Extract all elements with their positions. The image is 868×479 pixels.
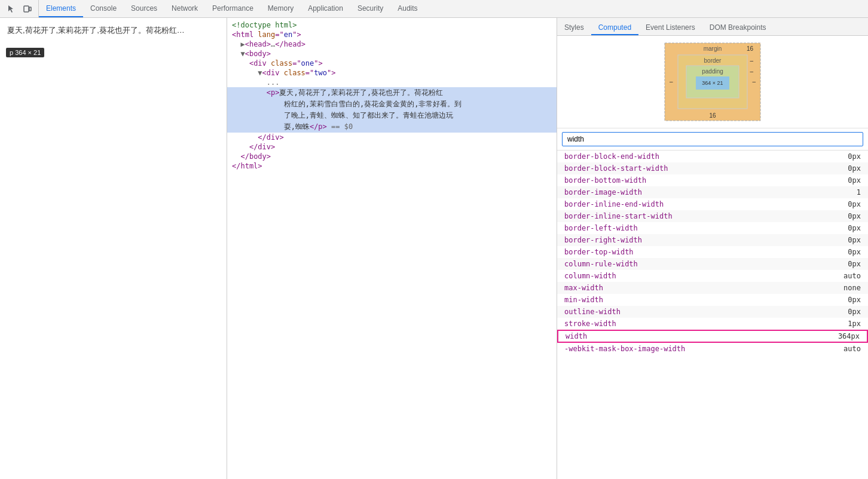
computed-property-value: 0px (813, 296, 861, 304)
tab-memory[interactable]: Memory (261, 0, 301, 17)
dom-ellipsis[interactable]: ... (227, 78, 557, 87)
computed-property-name: min-width (564, 296, 813, 304)
computed-row[interactable]: width364px (557, 330, 868, 343)
dom-line-head[interactable]: ▶<head>…</head> (227, 39, 557, 49)
dom-line-p-end[interactable]: 耍,蜘蛛</p> == $0 (227, 121, 557, 133)
styles-tabs: Styles Computed Event Listeners DOM Brea… (557, 18, 868, 36)
tab-performance[interactable]: Performance (205, 0, 261, 17)
browser-text: 夏天,荷花开了,茉莉花开了,葵花也开了。荷花粉红… (5, 23, 222, 38)
dom-line-p-cont2[interactable]: 了晚上,青蛙、蜘蛛、知了都出来了。青蛙在池塘边玩 (227, 110, 557, 121)
tab-sources[interactable]: Sources (124, 0, 164, 17)
head-collapsed: ▶ (240, 40, 244, 48)
element-tooltip: p 364 × 21 (6, 48, 44, 57)
svg-rect-1 (29, 7, 31, 11)
computed-search-input[interactable] (562, 132, 863, 146)
computed-property-value: 0px (813, 236, 861, 244)
computed-row[interactable]: border-inline-start-width0px (557, 210, 868, 222)
computed-property-value: 0px (813, 152, 861, 161)
computed-row[interactable]: column-widthauto (557, 270, 868, 282)
computed-property-name: border-inline-end-width (564, 200, 813, 208)
box-model-wrapper: margin 16 16 – – border – padding (557, 36, 868, 128)
tab-security[interactable]: Security (350, 0, 390, 17)
computed-row[interactable]: border-right-width0px (557, 234, 868, 246)
element-picker-button[interactable] (4, 2, 18, 16)
html-open-tag: <html (232, 30, 258, 39)
dom-line-div-two[interactable]: ▼<div class="two"> (227, 68, 557, 78)
computed-row[interactable]: max-widthnone (557, 282, 868, 294)
dom-line-body[interactable]: ▼<body> (227, 49, 557, 59)
styles-panel: Styles Computed Event Listeners DOM Brea… (557, 18, 868, 479)
dom-line-div-one-close[interactable]: </div> (227, 142, 557, 152)
dom-tree: <!doctype html> <html lang="en"> ▶<head>… (227, 18, 557, 479)
svg-text:–: – (750, 68, 753, 75)
svg-text:–: – (670, 78, 673, 85)
browser-preview: p 364 × 21 夏天,荷花开了,茉莉花开了,葵花也开了。荷花粉红… (0, 18, 227, 479)
computed-property-value: 0px (813, 248, 861, 256)
computed-property-value: auto (813, 272, 861, 280)
dom-line-p-cont1[interactable]: 粉红的,茉莉雪白雪白的,葵花金黄金黄的,非常好看。到 (227, 99, 557, 110)
devtools-tabs: Elements Console Sources Network Perform… (39, 0, 425, 17)
computed-property-name: border-block-end-width (564, 152, 813, 161)
svg-text:border: border (704, 57, 722, 64)
computed-row[interactable]: border-left-width0px (557, 222, 868, 234)
devtools-toolbar: Elements Console Sources Network Perform… (0, 0, 868, 18)
computed-row[interactable]: column-rule-width0px (557, 258, 868, 270)
computed-row[interactable]: border-block-start-width0px (557, 162, 868, 174)
dom-line[interactable]: <!doctype html> (227, 20, 557, 30)
computed-row[interactable]: min-width0px (557, 294, 868, 306)
computed-property-name: max-width (564, 284, 813, 292)
computed-property-value: 364px (812, 332, 860, 340)
computed-property-value: 0px (813, 176, 861, 185)
computed-row[interactable]: border-inline-end-width0px (557, 198, 868, 210)
computed-property-value: 1 (813, 188, 861, 196)
dom-line-div-one[interactable]: <div class="one"> (227, 59, 557, 68)
computed-row[interactable]: -webkit-mask-box-image-widthauto (557, 343, 868, 355)
computed-property-value: auto (813, 345, 861, 353)
dom-line-html[interactable]: <html lang="en"> (227, 30, 557, 39)
svg-rect-0 (24, 6, 29, 12)
computed-property-value: 0px (813, 224, 861, 232)
tab-styles[interactable]: Styles (557, 21, 591, 35)
computed-property-name: outline-width (564, 308, 813, 316)
tab-elements[interactable]: Elements (39, 0, 83, 17)
dom-line-html-close[interactable]: </html> (227, 161, 557, 171)
computed-property-value: 0px (813, 308, 861, 316)
svg-text:16: 16 (709, 112, 716, 119)
svg-text:–: – (750, 57, 753, 64)
computed-property-name: border-image-width (564, 188, 813, 196)
html-lang-val: en (284, 30, 292, 39)
computed-row[interactable]: border-block-end-width0px (557, 151, 868, 162)
computed-property-name: width (566, 332, 812, 340)
dom-panel[interactable]: <!doctype html> <html lang="en"> ▶<head>… (227, 18, 557, 479)
computed-row[interactable]: border-image-width1 (557, 186, 868, 198)
html-lang-attr: lang (258, 30, 275, 39)
computed-property-name: border-right-width (564, 236, 813, 244)
computed-property-value: 0px (813, 200, 861, 208)
tab-dom-breakpoints[interactable]: DOM Breakpoints (702, 21, 774, 35)
dom-line-body-close[interactable]: </body> (227, 152, 557, 161)
computed-row[interactable]: border-bottom-width0px (557, 174, 868, 186)
dom-line-p-selected[interactable]: <p>夏天,荷花开了,茉莉花开了,葵花也开了。荷花粉红 (227, 87, 557, 99)
tab-audits[interactable]: Audits (390, 0, 424, 17)
computed-row[interactable]: stroke-width1px (557, 318, 868, 330)
computed-list: border-block-end-width0pxborder-block-st… (557, 151, 868, 479)
computed-property-value: 1px (813, 320, 861, 328)
computed-property-name: stroke-width (564, 320, 813, 328)
computed-property-name: border-left-width (564, 224, 813, 232)
tab-network[interactable]: Network (164, 0, 205, 17)
computed-property-name: border-bottom-width (564, 176, 813, 185)
device-toggle-button[interactable] (20, 2, 35, 16)
svg-text:–: – (752, 78, 756, 85)
computed-row[interactable]: outline-width0px (557, 306, 868, 318)
computed-property-name: border-inline-start-width (564, 212, 813, 220)
tab-console[interactable]: Console (83, 0, 124, 17)
devtools-main: p 364 × 21 夏天,荷花开了,茉莉花开了,葵花也开了。荷花粉红… <!d… (0, 18, 868, 479)
computed-property-name: border-top-width (564, 248, 813, 256)
dom-line-div-two-close[interactable]: </div> (227, 133, 557, 142)
computed-property-name: -webkit-mask-box-image-width (564, 345, 813, 353)
computed-row[interactable]: border-top-width0px (557, 246, 868, 258)
tab-computed[interactable]: Computed (591, 21, 638, 35)
tab-application[interactable]: Application (301, 0, 350, 17)
tab-event-listeners[interactable]: Event Listeners (638, 21, 702, 35)
computed-property-name: column-width (564, 272, 813, 280)
